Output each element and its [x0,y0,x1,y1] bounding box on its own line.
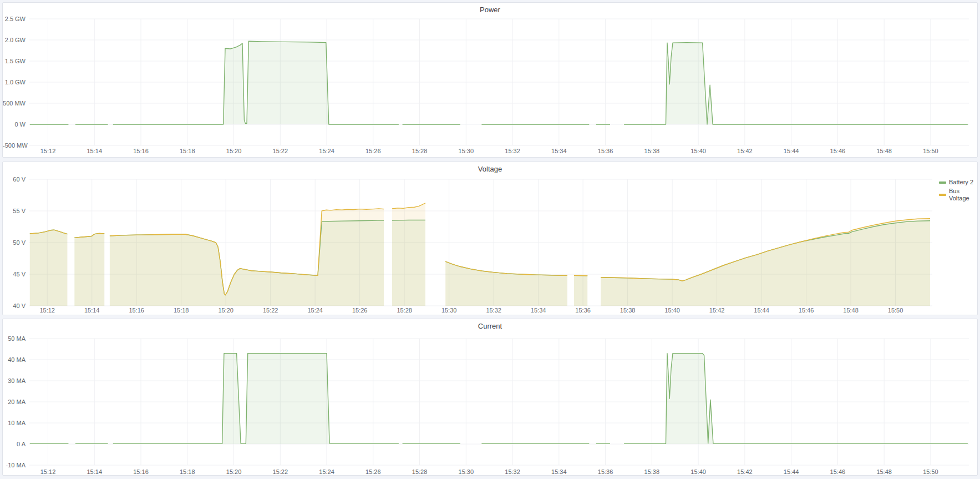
y-tick-label: 20 MA [3,399,26,405]
x-tick-label: 15:26 [361,468,385,475]
x-tick-label: 15:42 [733,148,757,154]
x-tick-label: 15:36 [571,307,595,314]
x-tick-label: 15:22 [268,148,292,154]
y-tick-label: 2.5 GW [3,16,26,22]
dashboard: { "colors": { "page_bg": "#f2f4f9", "pan… [0,0,980,479]
voltage-legend: Battery 2 Bus Voltage [939,179,977,202]
x-tick-label: 15:22 [268,468,292,475]
x-tick-label: 15:40 [686,148,710,154]
x-tick-label: 15:50 [883,307,908,314]
x-tick-label: 15:38 [639,468,664,475]
x-tick-label: 15:24 [314,148,339,154]
x-tick-label: 15:12 [36,148,60,154]
x-tick-label: 15:42 [733,468,757,475]
x-tick-label: 15:30 [454,148,478,154]
y-tick-label: 60 V [3,176,26,183]
x-tick-label: 15:26 [361,148,385,154]
y-tick-label: 55 V [3,208,26,214]
x-tick-label: 15:40 [686,468,710,475]
power-chart[interactable] [3,3,977,157]
x-tick-label: 15:28 [408,148,432,154]
x-tick-label: 15:42 [705,307,729,314]
battery-2-series-swatch-icon [939,181,946,184]
x-tick-label: 15:22 [258,307,283,314]
legend-label-battery-2: Battery 2 [949,179,973,186]
x-tick-label: 15:48 [839,307,863,314]
x-tick-label: 15:14 [80,307,104,314]
y-tick-label: 2.0 GW [3,37,26,43]
legend-label-bus-voltage: Bus Voltage [949,188,977,202]
x-tick-label: 15:14 [82,148,106,154]
x-tick-label: 15:32 [500,148,525,154]
y-tick-label: -10 MA [3,462,26,468]
x-tick-label: 15:18 [175,468,200,475]
x-tick-label: 15:20 [214,307,238,314]
bus-voltage-series-swatch-icon [939,194,946,196]
voltage-chart[interactable] [3,162,977,315]
panel-voltage: Voltage Battery 2 Bus Voltage 60 V55 V50… [2,162,978,315]
x-tick-label: 15:28 [408,468,432,475]
legend-item-battery-2[interactable]: Battery 2 [939,179,977,186]
x-tick-label: 15:44 [749,307,774,314]
y-tick-label: 40 MA [3,356,26,363]
x-tick-label: 15:34 [526,307,551,314]
x-tick-label: 15:46 [825,468,850,475]
x-tick-label: 15:34 [547,468,571,475]
panel-power: Power 2.5 GW2.0 GW1.5 GW1.0 GW500 MW0 W-… [2,2,978,158]
current-chart[interactable] [3,319,977,475]
x-tick-label: 15:32 [500,468,525,475]
x-tick-label: 15:48 [872,148,896,154]
y-tick-label: 0 A [3,441,26,447]
y-tick-label: 50 MA [3,335,26,342]
x-tick-label: 15:30 [437,307,461,314]
x-tick-label: 15:16 [129,468,153,475]
y-tick-label: 0 W [3,121,26,128]
x-tick-label: 15:36 [593,468,618,475]
x-tick-label: 15:38 [639,148,664,154]
y-tick-label: 45 V [3,271,26,278]
x-tick-label: 15:26 [348,307,372,314]
x-tick-label: 15:24 [303,307,327,314]
x-tick-label: 15:18 [175,148,200,154]
y-tick-label: 10 MA [3,420,26,426]
legend-item-bus-voltage[interactable]: Bus Voltage [939,188,977,202]
x-tick-label: 15:14 [82,468,106,475]
y-tick-label: -500 MW [3,142,26,149]
panel-current: Current 50 MA40 MA30 MA20 MA10 MA0 A-10 … [2,319,978,476]
x-tick-label: 15:12 [35,307,59,314]
x-tick-label: 15:46 [825,148,850,154]
y-tick-label: 30 MA [3,377,26,384]
x-tick-label: 15:48 [872,468,896,475]
x-tick-label: 15:32 [481,307,506,314]
y-tick-label: 1.5 GW [3,58,26,64]
x-tick-label: 15:38 [616,307,640,314]
x-tick-label: 15:30 [454,468,478,475]
x-tick-label: 15:50 [918,148,943,154]
x-tick-label: 15:24 [314,468,339,475]
x-tick-label: 15:18 [169,307,194,314]
y-tick-label: 40 V [3,302,26,309]
x-tick-label: 15:16 [129,148,153,154]
x-tick-label: 15:16 [124,307,149,314]
x-tick-label: 15:20 [222,148,246,154]
y-tick-label: 1.0 GW [3,79,26,85]
x-tick-label: 15:20 [222,468,246,475]
y-tick-label: 500 MW [3,100,26,107]
x-tick-label: 15:50 [918,468,943,475]
x-tick-label: 15:40 [660,307,684,314]
y-tick-label: 50 V [3,239,26,246]
x-tick-label: 15:36 [593,148,618,154]
x-tick-label: 15:28 [392,307,417,314]
x-tick-label: 15:44 [779,468,804,475]
x-tick-label: 15:44 [779,148,804,154]
x-tick-label: 15:34 [547,148,571,154]
x-tick-label: 15:12 [36,468,60,475]
x-tick-label: 15:46 [794,307,819,314]
